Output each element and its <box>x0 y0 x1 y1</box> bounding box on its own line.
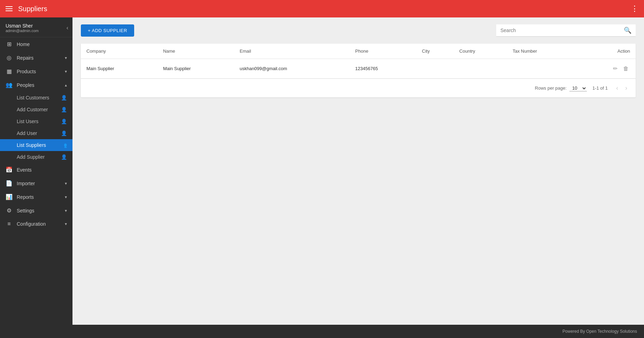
header-left: Suppliers <box>6 5 47 13</box>
person-icon: 👤 <box>61 95 67 100</box>
sidebar-item-label: Configuration <box>17 221 46 227</box>
sidebar-item-label: Reports <box>17 194 34 200</box>
home-icon: ⊞ <box>6 41 13 47</box>
chevron-down-icon: ▾ <box>65 208 67 213</box>
col-action: Action <box>577 44 636 59</box>
sidebar-item-home[interactable]: ⊞ Home <box>0 37 72 51</box>
importer-icon: 📄 <box>6 180 13 187</box>
user-section: Usman Sher admin@admin.com ‹ <box>0 17 72 37</box>
sidebar-item-settings[interactable]: ⚙ Settings ▾ <box>0 204 72 217</box>
app-title: Suppliers <box>18 5 47 13</box>
content-inner: + ADD SUPPLIER 🔍 Company Name Email Phon… <box>72 17 644 325</box>
search-input[interactable] <box>500 28 624 33</box>
people-icon: 👥 <box>61 142 67 148</box>
sidebar-item-list-customers[interactable]: List Customers 👤 <box>0 92 72 104</box>
col-country: Country <box>454 44 507 59</box>
user-name: Usman Sher <box>6 23 39 29</box>
sidebar-item-label: Settings <box>17 208 34 213</box>
settings-icon: ⚙ <box>6 207 13 214</box>
chevron-down-icon: ▾ <box>65 195 67 200</box>
sidebar-item-reports[interactable]: 📊 Reports ▾ <box>0 190 72 204</box>
cell-email: uskhan099@gmail.com <box>234 59 350 78</box>
search-box: 🔍 <box>496 24 636 37</box>
sidebar-item-peoples[interactable]: 👥 Peoples ▴ <box>0 78 72 92</box>
cell-city <box>416 59 454 78</box>
sidebar-item-add-supplier[interactable]: Add Supplier 👤 <box>0 151 72 163</box>
user-info: Usman Sher admin@admin.com <box>6 23 39 33</box>
chevron-down-icon: ▾ <box>65 69 67 74</box>
configuration-icon: ≡ <box>6 221 13 227</box>
add-supplier-button[interactable]: + ADD SUPPLIER <box>81 24 134 37</box>
chevron-down-icon: ▾ <box>65 55 67 60</box>
table-header-row: Company Name Email Phone City Country Ta… <box>81 44 636 59</box>
person-add-icon: 👤 <box>61 154 67 160</box>
top-header: Suppliers ⋮ <box>0 0 644 17</box>
cell-country <box>454 59 507 78</box>
search-icon-button[interactable]: 🔍 <box>624 27 631 34</box>
rows-per-page-label: Rows per page: <box>535 85 567 91</box>
rows-per-page-select[interactable]: 10 25 50 100 <box>569 85 587 91</box>
sidebar-item-importer[interactable]: 📄 Importer ▾ <box>0 176 72 190</box>
reports-icon: 📊 <box>6 194 13 200</box>
footer-text: Powered By Open Technology Solutions <box>562 329 637 334</box>
sidebar-item-repairs[interactable]: ◎ Repairs ▾ <box>0 51 72 65</box>
sidebar-item-list-users[interactable]: List Users 👤 <box>0 115 72 127</box>
chevron-up-icon: ▴ <box>65 83 67 88</box>
col-city: City <box>416 44 454 59</box>
prev-page-button[interactable]: ‹ <box>613 83 621 93</box>
sidebar-item-list-suppliers[interactable]: List Suppliers 👥 <box>0 139 72 151</box>
sidebar-sub-label: Add Customer <box>17 107 48 112</box>
cell-company: Main Supplier <box>81 59 158 78</box>
sidebar-item-add-customer[interactable]: Add Customer 👤 <box>0 104 72 115</box>
events-icon: 📅 <box>6 166 13 173</box>
col-email: Email <box>234 44 350 59</box>
rows-per-page-section: Rows per page: 10 25 50 100 <box>535 85 587 91</box>
suppliers-table: Company Name Email Phone City Country Ta… <box>81 44 636 78</box>
suppliers-table-container: Company Name Email Phone City Country Ta… <box>81 44 636 97</box>
table-row: Main Supplier Main Supplier uskhan099@gm… <box>81 59 636 78</box>
sidebar-item-label: Events <box>17 167 32 173</box>
sidebar: Usman Sher admin@admin.com ‹ ⊞ Home ◎ Re… <box>0 17 72 338</box>
user-email: admin@admin.com <box>6 29 39 33</box>
main-layout: Usman Sher admin@admin.com ‹ ⊞ Home ◎ Re… <box>0 17 644 338</box>
cell-name: Main Supplier <box>158 59 234 78</box>
page-info: 1-1 of 1 <box>592 85 608 91</box>
sidebar-item-label: Peoples <box>17 82 34 88</box>
edit-button[interactable]: ✏ <box>612 64 619 73</box>
peoples-icon: 👥 <box>6 82 13 88</box>
sidebar-item-label: Products <box>17 69 36 74</box>
page-nav: ‹ › <box>613 83 630 93</box>
repairs-icon: ◎ <box>6 54 13 61</box>
cell-tax-number <box>507 59 577 78</box>
sidebar-collapse-icon[interactable]: ‹ <box>67 25 68 31</box>
more-options-icon[interactable]: ⋮ <box>631 4 638 13</box>
chevron-down-icon: ▾ <box>65 181 67 186</box>
toolbar: + ADD SUPPLIER 🔍 <box>81 24 636 37</box>
delete-button[interactable]: 🗑 <box>622 64 630 73</box>
sidebar-sub-label: Add Supplier <box>17 154 45 160</box>
sidebar-item-products[interactable]: ▦ Products ▾ <box>0 65 72 78</box>
col-company: Company <box>81 44 158 59</box>
sidebar-sub-label: Add User <box>17 130 37 136</box>
col-tax-number: Tax Number <box>507 44 577 59</box>
person-add-icon: 👤 <box>61 107 67 112</box>
pagination: Rows per page: 10 25 50 100 1-1 of 1 ‹ › <box>81 78 636 97</box>
hamburger-icon[interactable] <box>6 6 13 11</box>
col-phone: Phone <box>350 44 416 59</box>
sidebar-sub-label: List Users <box>17 119 38 124</box>
person-add-icon: 👤 <box>61 130 67 136</box>
cell-action: ✏ 🗑 <box>577 59 636 78</box>
sidebar-item-add-user[interactable]: Add User 👤 <box>0 127 72 139</box>
sidebar-sub-label: List Customers <box>17 95 49 100</box>
sidebar-item-configuration[interactable]: ≡ Configuration ▾ <box>0 217 72 231</box>
cell-phone: 123456765 <box>350 59 416 78</box>
products-icon: ▦ <box>6 68 13 75</box>
sidebar-item-label: Home <box>17 42 30 47</box>
col-name: Name <box>158 44 234 59</box>
content-area: + ADD SUPPLIER 🔍 Company Name Email Phon… <box>72 17 644 338</box>
sidebar-item-label: Repairs <box>17 55 33 61</box>
person-icon: 👤 <box>61 119 67 124</box>
sidebar-item-events[interactable]: 📅 Events <box>0 163 72 176</box>
chevron-down-icon: ▾ <box>65 221 67 226</box>
next-page-button[interactable]: › <box>622 83 630 93</box>
